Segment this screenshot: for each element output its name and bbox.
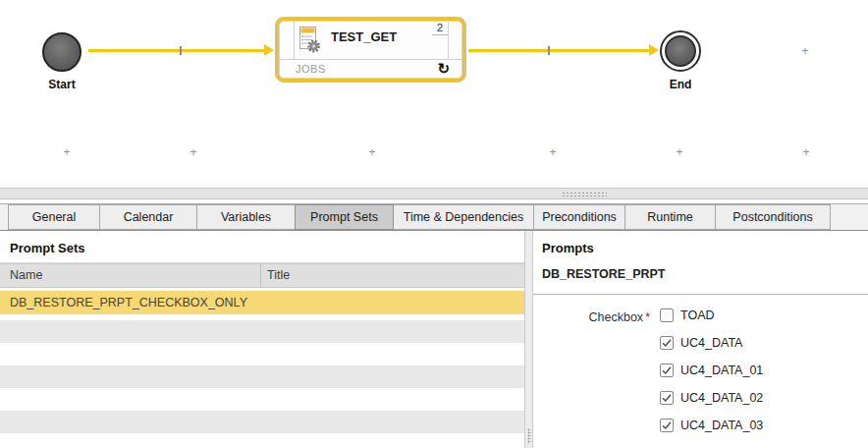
- end-node[interactable]: [660, 30, 701, 72]
- tab-runtime[interactable]: Runtime: [624, 204, 716, 230]
- table-row-selected[interactable]: DB_RESTORE_PRPT_CHECKBOX_ONLY: [0, 291, 524, 314]
- end-node-core: [665, 35, 696, 67]
- table-row-empty[interactable]: [0, 433, 524, 448]
- horizontal-splitter[interactable]: [0, 188, 868, 199]
- checkbox-label: UC4_DATA_01: [680, 364, 763, 377]
- workflow-canvas[interactable]: Start: [0, 0, 868, 188]
- edge-start-arrowhead-icon: [264, 44, 274, 56]
- tab-time-dependencies[interactable]: Time & Dependencies: [393, 204, 534, 230]
- prompts-panel: Prompts DB_RESTORE_PRPT Checkbox* TOADUC…: [533, 231, 868, 448]
- jobs-object-icon: [298, 26, 321, 57]
- checkbox-option-list: TOADUC4_DATAUC4_DATA_01UC4_DATA_02UC4_DA…: [660, 308, 763, 432]
- splitter-grip-icon: [527, 428, 531, 444]
- prompt-set-name-cell: DB_RESTORE_PRPT_CHECKBOX_ONLY: [0, 296, 247, 309]
- table-row-empty[interactable]: [0, 365, 524, 388]
- tab-calendar[interactable]: Calendar: [99, 204, 197, 230]
- checkmark-icon: [661, 337, 673, 349]
- checkbox-label: TOAD: [680, 308, 715, 322]
- tab-postconditions[interactable]: Postconditions: [715, 204, 831, 230]
- tab-general[interactable]: General: [8, 204, 100, 230]
- grid-insert-marker[interactable]: +: [802, 146, 809, 158]
- checkbox-option-uc4-data-02: UC4_DATA_02: [660, 390, 763, 405]
- job-count-badge: 2: [432, 22, 448, 35]
- workflow-editor-window: Start: [0, 0, 868, 448]
- checkbox-option-uc4-data: UC4_DATA: [660, 335, 763, 350]
- checkbox-label: UC4_DATA_02: [680, 391, 763, 405]
- checkbox-label: UC4_DATA: [680, 336, 742, 350]
- table-row-empty[interactable]: [0, 411, 524, 433]
- checkbox-field-label: Checkbox*: [542, 310, 650, 324]
- edge-end-midpoint-tick: [548, 46, 550, 55]
- restart-icon[interactable]: ↻: [437, 60, 450, 78]
- splitter-grip-icon: [562, 192, 607, 197]
- table-header: Name Title: [0, 263, 524, 288]
- end-node-label: End: [670, 78, 692, 91]
- vertical-splitter[interactable]: [524, 231, 533, 448]
- prompts-panel-title: Prompts: [542, 241, 594, 255]
- edge-job-to-end[interactable]: [468, 49, 650, 52]
- prompt-set-name: DB_RESTORE_PRPT: [542, 267, 666, 281]
- job-title: TEST_GET: [331, 29, 397, 44]
- grid-insert-marker[interactable]: +: [190, 146, 196, 158]
- grid-insert-marker[interactable]: +: [63, 146, 70, 158]
- start-node-label: Start: [48, 78, 75, 91]
- grid-insert-marker[interactable]: +: [801, 45, 808, 57]
- grid-insert-marker[interactable]: +: [368, 146, 375, 158]
- tab-bar: GeneralCalendarVariablesPrompt SetsTime …: [0, 203, 868, 231]
- edge-start-to-job[interactable]: [88, 49, 265, 52]
- checkbox-uc4-data-01[interactable]: [660, 364, 674, 377]
- checkbox-label: UC4_DATA_03: [680, 419, 763, 432]
- checkbox-toad[interactable]: [660, 308, 674, 322]
- field-label-text: Checkbox: [589, 310, 644, 324]
- tab-prompt-sets[interactable]: Prompt Sets: [295, 204, 394, 230]
- column-divider[interactable]: [260, 264, 261, 287]
- checkmark-icon: [661, 420, 673, 431]
- job-left-divider: [294, 22, 295, 60]
- edge-end-arrowhead-icon: [649, 44, 659, 56]
- checkmark-icon: [661, 364, 673, 376]
- checkbox-option-uc4-data-03: UC4_DATA_03: [660, 418, 763, 432]
- job-node-test-get[interactable]: TEST_GET 2 JOBS ↻: [275, 17, 466, 83]
- table-row-empty[interactable]: [0, 343, 524, 365]
- start-node[interactable]: [42, 32, 81, 72]
- grid-insert-marker[interactable]: +: [549, 146, 556, 158]
- table-empty-rows: [0, 320, 524, 448]
- column-header-name[interactable]: Name: [10, 264, 42, 287]
- prompt-sets-panel-title: Prompt Sets: [10, 241, 85, 255]
- job-type-label: JOBS: [296, 63, 326, 75]
- edge-start-midpoint-tick: [180, 46, 182, 55]
- column-header-title[interactable]: Title: [267, 264, 290, 287]
- checkbox-uc4-data-03[interactable]: [660, 419, 674, 432]
- checkmark-icon: [661, 392, 673, 404]
- grid-insert-marker[interactable]: +: [676, 146, 682, 158]
- job-footer: JOBS ↻: [280, 59, 461, 78]
- checkbox-uc4-data[interactable]: [660, 336, 674, 350]
- checkbox-option-toad: TOAD: [660, 308, 763, 322]
- tab-preconditions[interactable]: Preconditions: [533, 204, 625, 230]
- tab-variables[interactable]: Variables: [196, 204, 296, 230]
- table-row-empty[interactable]: [0, 388, 524, 411]
- required-marker: *: [645, 310, 650, 324]
- checkbox-uc4-data-02[interactable]: [660, 391, 674, 405]
- job-right-divider: [448, 22, 449, 60]
- prompt-sets-panel: Prompt Sets Name Title DB_RESTORE_PRPT_C…: [0, 231, 524, 448]
- table-row-empty[interactable]: [0, 320, 524, 343]
- checkbox-option-uc4-data-01: UC4_DATA_01: [660, 363, 763, 377]
- prompts-divider: [533, 294, 868, 295]
- job-node-body: TEST_GET 2 JOBS ↻: [279, 21, 462, 79]
